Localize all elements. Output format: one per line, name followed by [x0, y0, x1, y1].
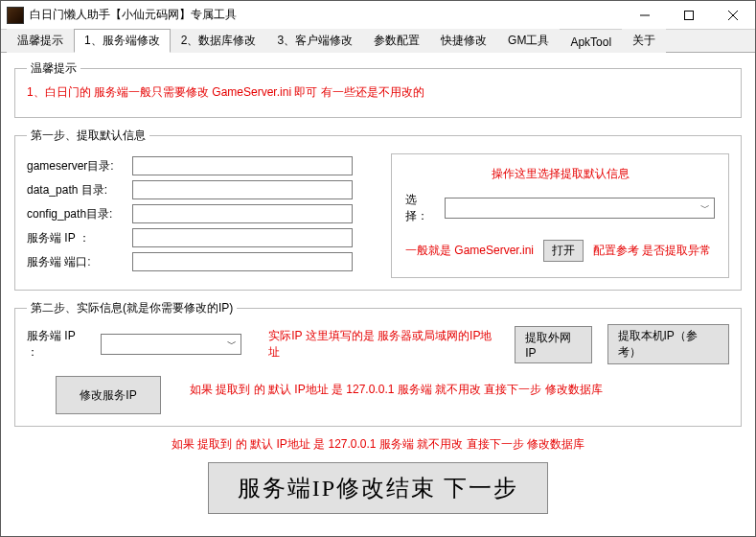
- server-port-input[interactable]: [132, 252, 353, 271]
- real-ip-hint: 实际IP 这里填写的是 服务器或局域网的IP地址: [268, 328, 499, 361]
- tabbar: 温馨提示 1、服务端修改 2、数据库修改 3、客户端修改 参数配置 快捷修改 G…: [1, 30, 755, 53]
- svg-rect-1: [685, 11, 694, 19]
- tip-group: 温馨提示 1、白日门的 服务端一般只需要修改 GameServer.ini 即可…: [14, 60, 742, 118]
- titlebar: 白日门懒人助手【小仙元码网】专属工具: [1, 1, 755, 30]
- minimize-button[interactable]: [623, 1, 667, 30]
- server-ip-input[interactable]: [132, 228, 353, 247]
- gameserver-dir-label: gameserver目录:: [27, 158, 132, 175]
- get-wan-ip-button[interactable]: 提取外网IP: [515, 326, 591, 363]
- extract-select[interactable]: ﹀: [445, 198, 715, 219]
- tab-apktool[interactable]: ApkTool: [560, 32, 622, 53]
- window-title: 白日门懒人助手【小仙元码网】专属工具: [30, 7, 237, 23]
- modify-service-ip-button[interactable]: 修改服务IP: [56, 376, 161, 414]
- step1-group: 第一步、提取默认信息 gameserver目录: data_path 目录: c…: [14, 128, 742, 291]
- tab-about[interactable]: 关于: [622, 29, 666, 53]
- tab-db-edit[interactable]: 2、数据库修改: [171, 29, 267, 53]
- tab-client-edit[interactable]: 3、客户端修改: [266, 29, 363, 53]
- step1-legend: 第一步、提取默认信息: [27, 128, 149, 144]
- config-path-input[interactable]: [132, 204, 353, 223]
- tab-quick-edit[interactable]: 快捷修改: [430, 29, 497, 53]
- step1-left: gameserver目录: data_path 目录: config_path目…: [27, 152, 353, 278]
- tab-gm-tools[interactable]: GM工具: [497, 29, 560, 53]
- gameserver-dir-input[interactable]: [132, 156, 353, 175]
- step2-legend: 第二步、实际信息(就是你需要修改的IP): [27, 300, 237, 316]
- step2-server-ip-combo[interactable]: ﹀: [101, 334, 242, 355]
- tab-tips[interactable]: 温馨提示: [7, 29, 74, 53]
- tip-legend: 温馨提示: [27, 60, 80, 77]
- step2-hint-line: 如果 提取到 的 默认 IP地址 是 127.0.0.1 服务端 就不用改 直接…: [190, 382, 603, 398]
- close-button[interactable]: [711, 1, 755, 30]
- step2-group: 第二步、实际信息(就是你需要修改的IP) 服务端 IP ： ﹀ 实际IP 这里填…: [14, 300, 742, 427]
- get-local-ip-button[interactable]: 提取本机IP（参考）: [607, 324, 730, 364]
- next-step-button[interactable]: 服务端IP修改结束 下一步: [208, 462, 548, 514]
- extract-heading: 操作这里选择提取默认信息: [405, 166, 715, 182]
- data-path-label: data_path 目录:: [27, 182, 132, 198]
- maximize-button[interactable]: [667, 1, 711, 30]
- tab-param-config[interactable]: 参数配置: [363, 29, 430, 53]
- step2-server-ip-label: 服务端 IP ：: [27, 328, 89, 361]
- select-label: 选择：: [405, 192, 439, 224]
- tab-server-edit[interactable]: 1、服务端修改: [74, 29, 171, 53]
- server-ip-label: 服务端 IP ：: [27, 230, 132, 246]
- hint-prefix: 一般就是 GameServer.ini: [405, 243, 534, 259]
- tab-content: 温馨提示 1、白日门的 服务端一般只需要修改 GameServer.ini 即可…: [1, 53, 755, 537]
- chevron-down-icon: ﹀: [227, 338, 237, 351]
- step1-right-panel: 操作这里选择提取默认信息 选择： ﹀ 一般就是 GameServer.ini 打…: [391, 153, 729, 278]
- chevron-down-icon: ﹀: [700, 201, 710, 215]
- data-path-input[interactable]: [132, 180, 353, 199]
- hint-suffix: 配置参考 是否提取异常: [593, 243, 711, 259]
- app-icon: [7, 7, 24, 24]
- server-port-label: 服务端 端口:: [27, 254, 132, 270]
- tip-line1: 1、白日门的 服务端一般只需要修改 GameServer.ini 即可 有一些还…: [27, 84, 729, 101]
- open-button[interactable]: 打开: [543, 240, 584, 262]
- footer-hint: 如果 提取到 的 默认 IP地址 是 127.0.0.1 服务端 就不用改 直接…: [14, 436, 742, 453]
- config-path-label: config_path目录:: [27, 206, 132, 222]
